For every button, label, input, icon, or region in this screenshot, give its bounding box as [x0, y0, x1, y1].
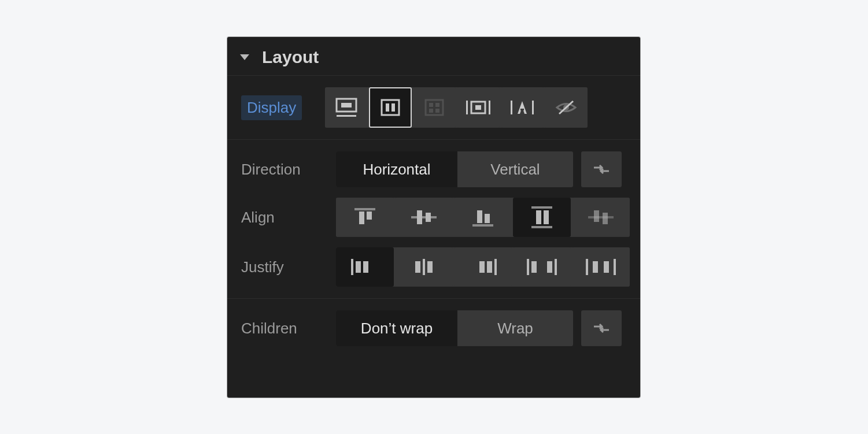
display-inline-button[interactable] — [501, 87, 544, 128]
svg-rect-40 — [415, 261, 420, 273]
justify-end-icon — [468, 257, 498, 277]
direction-vertical-button[interactable]: Vertical — [457, 151, 573, 187]
children-label: Children — [241, 320, 336, 337]
svg-rect-41 — [427, 261, 433, 273]
display-label[interactable]: Display — [241, 95, 302, 120]
svg-rect-42 — [479, 261, 485, 273]
svg-rect-32 — [531, 226, 552, 228]
justify-button-group — [336, 247, 630, 287]
svg-rect-52 — [614, 259, 616, 275]
swap-arrows-icon — [592, 162, 611, 177]
justify-start-icon — [350, 257, 380, 277]
swap-arrows-icon — [592, 321, 611, 336]
justify-around-icon — [585, 257, 617, 277]
align-button-group — [336, 198, 630, 237]
svg-rect-33 — [588, 216, 614, 218]
svg-rect-5 — [391, 103, 395, 112]
inline-icon — [511, 99, 534, 116]
direction-reverse-button[interactable] — [581, 151, 622, 187]
svg-rect-45 — [527, 259, 529, 275]
svg-rect-15 — [511, 101, 512, 114]
svg-rect-43 — [487, 261, 492, 273]
justify-center-icon — [409, 257, 439, 277]
flex-settings-section: Direction Horizontal Vertical Align — [227, 140, 640, 299]
display-section: Display — [227, 76, 640, 140]
svg-rect-39 — [423, 259, 425, 275]
direction-horizontal-button[interactable]: Horizontal — [336, 151, 457, 187]
align-start-icon — [352, 206, 378, 229]
panel-header: Layout — [227, 37, 640, 76]
svg-rect-30 — [536, 210, 541, 224]
display-none-button[interactable] — [545, 87, 588, 128]
align-center-icon — [410, 206, 438, 229]
layout-panel: Layout Display — [227, 37, 640, 398]
svg-rect-29 — [531, 206, 552, 209]
svg-rect-50 — [593, 261, 598, 273]
display-button-group — [325, 87, 588, 128]
svg-rect-46 — [531, 261, 537, 273]
align-stretch-icon — [529, 205, 555, 229]
svg-rect-20 — [354, 208, 375, 210]
inline-block-icon — [466, 99, 490, 116]
justify-center-button[interactable] — [395, 247, 453, 287]
svg-rect-48 — [555, 259, 557, 275]
svg-rect-25 — [426, 213, 431, 222]
justify-end-button[interactable] — [454, 247, 512, 287]
children-wrap-segmented: Don’t wrap Wrap — [336, 310, 573, 346]
svg-rect-10 — [435, 109, 439, 113]
align-end-button[interactable] — [454, 198, 512, 237]
display-inline-block-button[interactable] — [457, 87, 500, 128]
svg-rect-11 — [466, 101, 468, 114]
align-end-icon — [470, 206, 496, 229]
svg-rect-8 — [435, 103, 439, 107]
svg-rect-24 — [417, 210, 422, 224]
svg-rect-22 — [367, 212, 372, 220]
justify-space-between-button[interactable] — [513, 247, 571, 287]
collapse-chevron-icon[interactable] — [240, 54, 249, 60]
align-baseline-button[interactable] — [572, 198, 630, 237]
svg-rect-36 — [351, 259, 353, 275]
svg-rect-23 — [411, 216, 437, 218]
justify-label: Justify — [241, 258, 336, 276]
svg-rect-49 — [586, 259, 588, 275]
direction-segmented: Horizontal Vertical — [336, 151, 573, 187]
panel-title: Layout — [262, 47, 319, 67]
justify-between-icon — [526, 257, 558, 277]
justify-start-button[interactable] — [336, 247, 394, 287]
svg-rect-51 — [604, 261, 609, 273]
svg-rect-3 — [382, 100, 399, 115]
svg-rect-12 — [489, 101, 490, 114]
svg-rect-26 — [477, 210, 482, 223]
svg-rect-35 — [603, 213, 608, 224]
display-grid-button[interactable] — [413, 87, 456, 128]
display-flex-button[interactable] — [369, 87, 412, 128]
align-baseline-icon — [587, 206, 615, 229]
align-stretch-button[interactable] — [513, 198, 571, 237]
flex-icon — [381, 99, 400, 116]
svg-rect-44 — [494, 259, 497, 275]
children-reverse-button[interactable] — [581, 310, 622, 346]
children-wrap-button[interactable]: Wrap — [457, 310, 573, 346]
svg-rect-9 — [429, 109, 433, 113]
svg-rect-28 — [472, 224, 493, 227]
svg-rect-17 — [520, 109, 524, 110]
justify-space-around-button[interactable] — [572, 247, 630, 287]
svg-rect-6 — [426, 100, 443, 115]
svg-rect-27 — [485, 214, 490, 223]
svg-rect-4 — [386, 103, 389, 112]
svg-rect-37 — [356, 261, 361, 273]
children-nowrap-button[interactable]: Don’t wrap — [336, 310, 457, 346]
hidden-eye-icon — [555, 99, 578, 116]
block-icon — [335, 98, 357, 117]
svg-rect-1 — [341, 103, 352, 107]
align-label: Align — [241, 209, 336, 227]
svg-rect-38 — [363, 261, 368, 273]
svg-rect-47 — [547, 261, 552, 273]
display-block-button[interactable] — [325, 87, 368, 128]
svg-rect-2 — [337, 115, 356, 117]
direction-label: Direction — [241, 161, 336, 179]
children-section: Children Don’t wrap Wrap — [227, 299, 640, 358]
align-start-button[interactable] — [336, 198, 394, 237]
svg-rect-7 — [429, 103, 433, 107]
align-center-button[interactable] — [395, 198, 453, 237]
